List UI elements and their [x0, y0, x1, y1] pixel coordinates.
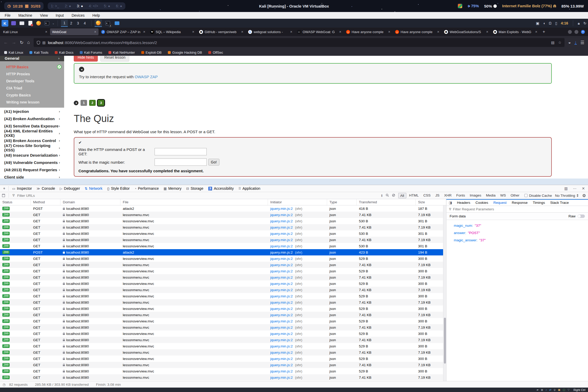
volume-indicator[interactable]: 🕩 75% — [468, 4, 479, 8]
notifications-icon[interactable]: Ω — [549, 21, 552, 25]
form-data-param[interactable]: magic_num:"37" — [446, 222, 588, 229]
split-console-icon[interactable]: ▥ — [562, 186, 570, 191]
toggle-details-pane-icon[interactable]: ◨ — [446, 201, 454, 205]
type-filter-xhr[interactable]: XHR — [442, 193, 454, 198]
previous-hint-button[interactable]: ◄ — [79, 67, 84, 72]
network-request-row[interactable]: 200GETlocalhost:8080lessonoverview.mvcjq… — [0, 318, 446, 324]
initiator-link[interactable]: jquery.min.js:2 — [270, 225, 293, 229]
sidebar-category-item[interactable]: (A1) Injection› — [0, 108, 64, 115]
raw-toggle[interactable] — [578, 215, 585, 218]
devtools-tab-network[interactable]: ⇅Network — [82, 185, 105, 192]
bookmark-item[interactable]: Exploit-DB — [141, 51, 162, 54]
initiator-link[interactable]: jquery.min.js:2 — [270, 263, 293, 267]
network-request-row[interactable]: 200GETlocalhost:8080lessonmenu.mvcjquery… — [0, 299, 446, 305]
clear-requests-icon[interactable] — [2, 194, 5, 197]
network-request-row[interactable]: 200GETlocalhost:8080lessonoverview.mvcjq… — [0, 305, 446, 312]
initiator-link[interactable]: jquery.min.js:2 — [270, 232, 293, 236]
owasp-zap-link[interactable]: OWASP ZAP — [135, 75, 158, 79]
network-request-row[interactable]: 200GETlocalhost:8080lessonoverview.mvcjq… — [0, 356, 446, 362]
menu-help[interactable]: Help — [93, 13, 100, 17]
tracking-shield-icon[interactable] — [37, 41, 40, 45]
devtools-tab-memory[interactable]: ▦Memory — [161, 185, 184, 192]
network-request-row[interactable]: 200GETlocalhost:8080lessonoverview.mvcjq… — [0, 343, 446, 349]
devtools-tab-storage[interactable]: ⊟Storage — [184, 185, 206, 192]
type-filter-fonts[interactable]: Fonts — [454, 193, 467, 198]
downloads-icon[interactable]: ↓ — [574, 41, 577, 45]
previous-page-button[interactable]: ◄ — [74, 101, 78, 105]
initiator-link[interactable]: jquery.min.js:2 — [270, 250, 293, 254]
type-filter-all[interactable]: All — [398, 193, 406, 198]
go-button[interactable]: Go! — [208, 159, 219, 166]
workspace-button[interactable]: 2 — [68, 20, 75, 27]
minimize-button[interactable] — [568, 30, 572, 34]
tab-close-icon[interactable]: ✕ — [45, 30, 47, 34]
initiator-link[interactable]: jquery.min.js:2 — [270, 332, 293, 336]
sidebar-category-item[interactable]: (A3) Sensitive Data Exposure› — [0, 122, 64, 130]
host-workspace[interactable]: 6: ● — [116, 4, 122, 8]
column-header-size[interactable]: Size — [416, 199, 446, 205]
chevron-down-icon[interactable]: ⌄ — [52, 22, 54, 25]
sidebar-category-item[interactable]: (A8) Insecure Deserialization› — [0, 151, 64, 159]
details-tab-stack-trace[interactable]: Stack Trace — [548, 200, 571, 206]
audio-tray-icon[interactable]: ◖ — [543, 21, 545, 25]
scrollbar-thumb[interactable] — [444, 318, 446, 363]
sidebar-category-item[interactable]: (A4) XML External Entities (XXE)› — [0, 130, 64, 137]
initiator-link[interactable]: jquery.min.js:2 — [270, 244, 293, 248]
initiator-link[interactable]: jquery.min.js:2 — [270, 363, 293, 367]
network-request-row[interactable]: 200GETlocalhost:8080lessonmenu.mvcjquery… — [0, 274, 446, 280]
performance-analysis-icon[interactable]: ◷ — [0, 383, 5, 387]
network-request-row[interactable]: 200POSTlocalhost:8080attack2jquery.min.j… — [0, 205, 446, 212]
network-request-row[interactable]: 200GETlocalhost:8080lessonoverview.mvcjq… — [0, 218, 446, 224]
bookmark-star-icon[interactable]: ☆ — [558, 40, 561, 45]
tray-app-icon[interactable] — [458, 4, 462, 8]
type-filter-css[interactable]: CSS — [421, 193, 432, 198]
close-window-button[interactable]: ✕ — [581, 30, 585, 34]
type-filter-media[interactable]: Media — [484, 193, 497, 198]
page-number-button[interactable]: 3 — [98, 100, 104, 106]
taskbar-files-window[interactable] — [113, 20, 121, 27]
home-button[interactable]: ⌂ — [27, 40, 30, 45]
table-scrollbar[interactable] — [443, 205, 446, 381]
filter-request-parameters[interactable]: ∇ Filter Request Parameters — [446, 206, 588, 213]
sidebar-lesson-item[interactable]: HTTP Proxies — [0, 70, 64, 77]
devtools-tab-performance[interactable]: ◔Performance — [132, 185, 161, 192]
network-request-row[interactable]: 200GETlocalhost:8080lessonmenu.mvcjquery… — [0, 349, 446, 356]
kali-menu-button[interactable]: K — [2, 20, 8, 27]
devtools-tab-accessibility[interactable]: ♿Accessibility — [206, 185, 236, 192]
host-workspace[interactable]: 2: ● — [65, 4, 71, 8]
initiator-link[interactable]: jquery.min.js:2 — [270, 344, 293, 348]
initiator-link[interactable]: jquery.min.js:2 — [270, 307, 293, 311]
network-request-row[interactable]: 200GETlocalhost:8080lessonoverview.mvcjq… — [0, 243, 446, 249]
taskbar-terminal-window[interactable]: $3 — [104, 20, 111, 27]
type-filter-other[interactable]: Other — [509, 193, 521, 198]
tab-close-icon[interactable]: ✕ — [143, 30, 145, 34]
initiator-link[interactable]: jquery.min.js:2 — [270, 376, 293, 379]
new-tab-button[interactable]: + — [540, 29, 548, 34]
initiator-link[interactable]: jquery.min.js:2 — [270, 219, 293, 223]
close-devtools-icon[interactable]: ✕ — [580, 186, 587, 191]
details-tab-request[interactable]: Request — [491, 200, 509, 206]
browser-tab[interactable]: ZOWASP ZAP – ZAP in✕ — [99, 28, 148, 35]
devtools-tab-inspector[interactable]: ▭Inspector — [10, 185, 34, 192]
host-workspace-switcher[interactable]: 1: >_2: ●3: ●4: </>5: ●6: ● — [48, 2, 125, 10]
bookmark-item[interactable]: Kali Forums — [80, 51, 102, 54]
show-desktop-icon[interactable] — [10, 20, 17, 26]
browser-tab[interactable]: WSQL – Wikipedia✕ — [148, 28, 197, 35]
tab-close-icon[interactable]: ✕ — [241, 30, 243, 34]
details-tab-cookies[interactable]: Cookies — [473, 200, 491, 206]
tab-close-icon[interactable]: ✕ — [94, 30, 96, 34]
details-tab-headers[interactable]: Headers — [454, 200, 473, 206]
bookmark-item[interactable]: Kali Tools — [29, 51, 48, 54]
initiator-link[interactable]: jquery.min.js:2 — [270, 282, 293, 286]
sidebar-category-item[interactable]: (A5) Broken Access Control› — [0, 137, 64, 144]
network-request-row[interactable]: 200GETlocalhost:8080lessonmenu.mvcjquery… — [0, 312, 446, 318]
devtools-tab-application[interactable]: ⠿Application — [236, 185, 263, 192]
browser-tab[interactable]: WebGoat✕ — [50, 28, 99, 35]
browser-tab[interactable]: ☺Have anyone comple✕ — [393, 28, 442, 35]
tab-close-icon[interactable]: ✕ — [388, 30, 390, 34]
logout-icon[interactable]: ↻ — [583, 21, 586, 25]
page-number-button[interactable]: 2 — [89, 100, 96, 106]
column-header-file[interactable]: File — [120, 199, 268, 205]
initiator-link[interactable]: jquery.min.js:2 — [270, 207, 293, 211]
type-filter-images[interactable]: Images — [468, 193, 483, 198]
